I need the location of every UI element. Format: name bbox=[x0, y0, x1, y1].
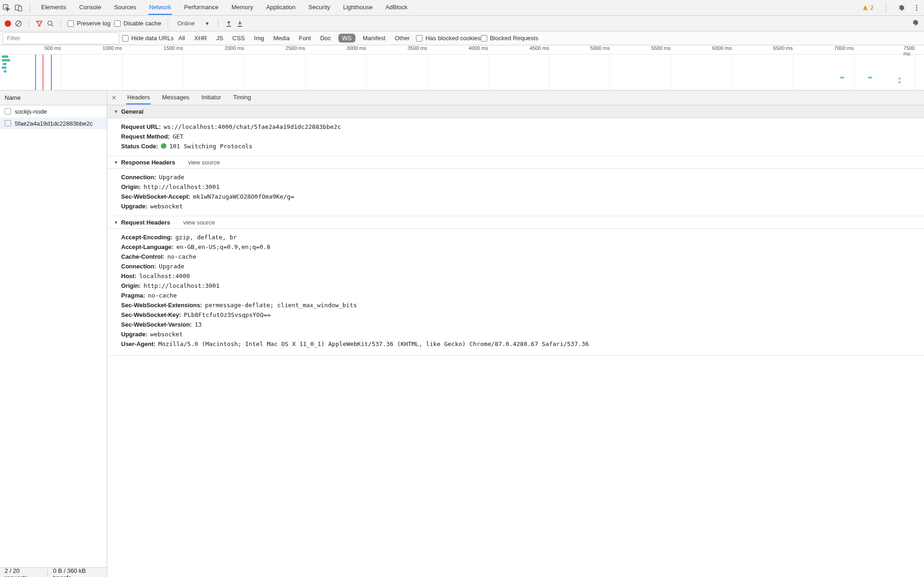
settings-gear-icon[interactable] bbox=[898, 4, 906, 12]
separator bbox=[29, 19, 29, 28]
preserve-log-checkbox[interactable]: Preserve log bbox=[67, 20, 110, 27]
header-key: Sec-WebSocket-Key: bbox=[121, 311, 181, 318]
filter-input[interactable]: Filter bbox=[3, 32, 119, 44]
main-tab-lighthouse[interactable]: Lighthouse bbox=[342, 0, 373, 15]
header-row: Request Method:GET bbox=[121, 132, 924, 141]
has-blocked-cookies-label: Has blocked cookies bbox=[425, 35, 480, 42]
timeline-tick: 6500 ms bbox=[773, 45, 793, 51]
header-value: websocket bbox=[150, 331, 183, 338]
main-tab-network[interactable]: Network bbox=[148, 0, 172, 15]
timeline-gridline bbox=[122, 55, 122, 90]
header-row: Sec-WebSocket-Accept:mk1wN7azugaWCO28O0f… bbox=[121, 192, 924, 201]
main-tab-application[interactable]: Application bbox=[265, 0, 297, 15]
timeline-tick: 4500 ms bbox=[530, 45, 549, 51]
type-filter-manifest[interactable]: Manifest bbox=[361, 34, 387, 43]
details-tab-timing[interactable]: Timing bbox=[232, 91, 252, 104]
disable-cache-checkbox[interactable]: Disable cache bbox=[114, 20, 161, 27]
chevron-down-icon: ▾ bbox=[206, 20, 209, 27]
section-response-headers[interactable]: ▼ Response Headers view source bbox=[107, 156, 924, 169]
hide-data-urls-checkbox[interactable]: Hide data URLs bbox=[122, 35, 174, 42]
main-tab-elements[interactable]: Elements bbox=[40, 0, 67, 15]
main-tab-security[interactable]: Security bbox=[307, 0, 331, 15]
timeline-tick: 1000 ms bbox=[103, 45, 122, 51]
svg-rect-2 bbox=[18, 6, 22, 11]
header-row: Connection:Upgrade bbox=[121, 261, 924, 271]
timeline-gridline bbox=[854, 55, 854, 90]
network-timeline[interactable]: 500 ms1000 ms1500 ms2000 ms2500 ms3000 m… bbox=[0, 45, 924, 91]
timeline-tick: 4000 ms bbox=[469, 45, 488, 51]
details-tab-initiator[interactable]: Initiator bbox=[201, 91, 222, 104]
record-button[interactable] bbox=[5, 20, 11, 27]
inspect-element-icon[interactable] bbox=[3, 4, 10, 12]
timeline-tick: 2000 ms bbox=[225, 45, 244, 51]
disclosure-triangle-icon: ▼ bbox=[114, 160, 118, 165]
section-request-headers[interactable]: ▼ Request Headers view source bbox=[107, 216, 924, 229]
kebab-menu-icon[interactable] bbox=[913, 4, 920, 12]
clear-icon[interactable] bbox=[15, 20, 22, 27]
type-filter-all[interactable]: All bbox=[177, 34, 187, 43]
header-row: Origin:http://localhost:3001 bbox=[121, 281, 924, 291]
section-general[interactable]: ▼ General bbox=[107, 105, 924, 118]
device-toggle-icon[interactable] bbox=[15, 4, 22, 12]
separator bbox=[30, 3, 30, 12]
timeline-tick: 5500 ms bbox=[651, 45, 671, 51]
download-har-icon[interactable] bbox=[236, 20, 244, 27]
timeline-tick: 500 ms bbox=[44, 45, 61, 51]
header-row: Status Code:101 Switching Protocols bbox=[121, 141, 924, 151]
details-tab-headers[interactable]: Headers bbox=[126, 91, 151, 104]
timeline-gridline bbox=[427, 55, 428, 90]
throttling-dropdown[interactable]: Online ▾ bbox=[175, 20, 212, 27]
timeline-gridline bbox=[793, 55, 793, 90]
main-tab-performance[interactable]: Performance bbox=[183, 0, 219, 15]
timeline-tick: 7000 ms bbox=[834, 45, 854, 51]
main-tab-console[interactable]: Console bbox=[78, 0, 102, 15]
main-tab-memory[interactable]: Memory bbox=[231, 0, 254, 15]
request-row[interactable]: sockjs-node bbox=[0, 105, 107, 117]
blocked-requests-checkbox[interactable]: Blocked Requests bbox=[481, 35, 538, 42]
type-filter-media[interactable]: Media bbox=[271, 34, 291, 43]
timeline-gridline bbox=[61, 55, 61, 90]
header-value: permessage-deflate; client_max_window_bi… bbox=[205, 302, 357, 309]
type-filter-ws[interactable]: WS bbox=[338, 34, 355, 43]
upload-har-icon[interactable] bbox=[225, 20, 233, 27]
timeline-mark bbox=[899, 81, 900, 83]
timeline-tick: 1500 ms bbox=[164, 45, 183, 51]
separator bbox=[218, 19, 219, 28]
filter-icon[interactable] bbox=[36, 20, 43, 27]
header-key: Request Method: bbox=[121, 133, 170, 140]
header-value: http://localhost:3001 bbox=[144, 183, 220, 190]
separator bbox=[168, 19, 168, 28]
type-filter-js[interactable]: JS bbox=[214, 34, 225, 43]
blocked-requests-label: Blocked Requests bbox=[490, 35, 538, 42]
throttling-label: Online bbox=[177, 20, 195, 27]
details-tabs: × HeadersMessagesInitiatorTiming bbox=[107, 91, 924, 105]
warnings-badge[interactable]: 2 bbox=[862, 4, 874, 11]
header-value: no-cache bbox=[148, 292, 177, 299]
hide-data-urls-label: Hide data URLs bbox=[131, 35, 174, 42]
view-source-link[interactable]: view source bbox=[183, 219, 215, 226]
type-filter-other[interactable]: Other bbox=[393, 34, 412, 43]
header-key: Accept-Encoding: bbox=[121, 234, 172, 241]
sidebar-header-label: Name bbox=[5, 94, 21, 101]
main-tab-adblock[interactable]: AdBlock bbox=[385, 0, 409, 15]
main-tab-sources[interactable]: Sources bbox=[113, 0, 137, 15]
has-blocked-cookies-checkbox[interactable]: Has blocked cookies bbox=[416, 35, 480, 42]
panel-settings-gear-icon[interactable] bbox=[912, 19, 919, 26]
header-key: Origin: bbox=[121, 282, 141, 289]
timeline-gridline bbox=[183, 55, 184, 90]
close-icon[interactable]: × bbox=[112, 94, 116, 102]
type-filter-css[interactable]: CSS bbox=[231, 34, 247, 43]
type-filter-doc[interactable]: Doc bbox=[318, 34, 333, 43]
search-icon[interactable] bbox=[47, 20, 54, 27]
request-row[interactable]: 5fae2a4a19d1dc22883bbe2c bbox=[0, 117, 107, 129]
type-filter-font[interactable]: Font bbox=[297, 34, 313, 43]
type-filter-xhr[interactable]: XHR bbox=[192, 34, 208, 43]
type-filter-img[interactable]: Img bbox=[252, 34, 266, 43]
domcontent-line bbox=[35, 55, 36, 90]
sidebar-header[interactable]: Name bbox=[0, 91, 107, 105]
network-toolbar: Preserve log Disable cache Online ▾ bbox=[0, 16, 924, 31]
split-pane: Name sockjs-node5fae2a4a19d1dc22883bbe2c… bbox=[0, 91, 924, 577]
view-source-link[interactable]: view source bbox=[188, 159, 220, 166]
details-tab-messages[interactable]: Messages bbox=[161, 91, 190, 104]
status-bar: 2 / 20 requests 0 B / 360 kB transfe bbox=[0, 567, 107, 577]
